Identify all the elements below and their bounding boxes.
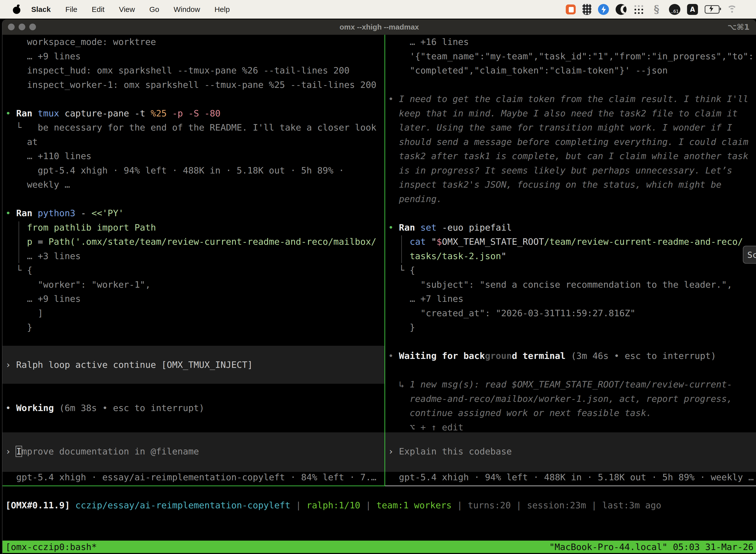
right-model-statusline: gpt-5.4 xhigh · 94% left · 488K in · 5.1… [385,470,754,485]
omx-project-path: cczip/essay/ai-reimplementation-copyleft [70,500,296,510]
right-pane: … +16 lines '{"team_name":"my-team","tas… [385,35,756,434]
terminal-line: • Ran set -euo pipefail [385,220,756,235]
omx-session-metrics: | turns:20 | session:23m | last:3m ago [452,500,661,510]
terminal-line: … +9 lines [2,49,384,63]
ralph-loop-message: › Ralph loop active continue [OMX_TMUX_I… [2,346,385,372]
terminal-line: } [2,320,384,335]
terminal-line [385,363,756,378]
terminal-line: gpt-5.4 xhigh · 94% left · 488K in · 5.1… [2,163,384,178]
omx-ralph-counter: ralph:1/10 [307,500,360,510]
input-placeholder: Explain this codebase [399,446,512,456]
terminal-line: … +7 lines [385,292,756,306]
menu-item-view[interactable]: View [112,5,142,13]
terminal-line: inspect_worker-1: omx sparkshell --tmux-… [2,78,384,92]
terminal-line: is in progress? It seems likely but perh… [385,163,756,178]
left-pane-bottom-border [2,486,385,486]
battery-charging-icon[interactable] [705,5,719,14]
terminal-line: continue assigned work or next feasible … [385,406,756,420]
tmux-status-bar: [omx-cczip0:bash* "MacBook-Pro-44.local"… [2,541,756,553]
menu-item-slack[interactable]: Slack [24,5,58,13]
window-title: omx --xhigh --madmax [2,19,756,35]
close-window-button[interactable] [8,23,15,30]
lightning-badge-icon[interactable] [598,4,609,15]
menu-items: SlackFileEditViewGoWindowHelp [24,5,237,14]
terminal-line: … +16 lines [385,35,756,49]
menu-item-window[interactable]: Window [167,5,207,13]
screen-tooltip: Scre [743,246,756,264]
menu-item-help[interactable]: Help [207,5,237,13]
terminal-line: inspect_hud: omx sparkshell --tmux-pane … [2,63,384,78]
terminal-line: • Ran tmux capture-pane -t %25 -p -S -80 [2,106,384,121]
left-pane: workspace_mode: worktree … +9 lines insp… [2,35,384,335]
dots-grid-icon[interactable] [633,4,644,15]
wifi-icon[interactable] [726,4,738,14]
terminal-line: from pathlib import Path [2,220,384,235]
window-shortcut-badge: ⌥⌘1 [728,19,750,35]
pane-divider[interactable] [384,35,385,486]
terminal-line: '{"team_name":"my-team","task_id":"1","f… [385,49,756,63]
terminal-line: └ { [385,263,756,277]
traffic-lights [8,23,36,30]
terminal-line: … +9 lines [2,292,384,306]
shield-grid-icon[interactable] [582,4,591,15]
chevron-prompt: › [5,359,16,370]
menubar-status-icons: §..61A [566,4,738,15]
chat-record-icon[interactable] [566,4,576,14]
terminal-line: pending. [385,192,756,206]
terminal-line: • Ran python3 - <<'PY' [2,206,384,220]
right-pane-bottom-border [385,486,756,486]
menu-item-go[interactable]: Go [142,5,167,13]
code-block-connector [401,235,402,263]
menu-item-edit[interactable]: Edit [84,5,112,13]
omx-session-statusline: [OMX#0.11.9] cczip/essay/ai-reimplementa… [2,498,661,512]
terminal-line [385,335,756,349]
omx-team-counter: team:1 workers [377,500,452,510]
terminal-line: ] [2,306,384,321]
terminal-line: readme-and-reco/mailbox/worker-1.json, a… [385,392,756,406]
terminal-line: keep that in mind. Maybe I also need the… [385,106,756,121]
terminal-line: at [2,135,384,149]
tmux-host-clock: "MacBook-Pro-44.local" 05:03 31-Mar-26 [549,542,754,552]
zoom-window-button[interactable] [29,23,36,30]
terminal-line: task2 after task1 is complete, but can I… [385,149,756,163]
terminal-line: later. Using the same for transition mig… [385,120,756,135]
menu-item-file[interactable]: File [58,5,84,13]
terminal-line: • I need to get the claim token from the… [385,92,756,106]
right-prompt-input[interactable]: › Explain this codebase [385,432,756,472]
code-block-connector [19,221,19,263]
terminal-line: └ { [2,263,384,277]
terminal-line: "subject": "send a concise recommendatio… [385,277,756,292]
menubar: SlackFileEditViewGoWindowHelp §..61A [0,0,756,19]
left-model-statusline: gpt-5.4 xhigh · essay/ai-reimplementatio… [2,470,377,485]
terminal-window: omx --xhigh --madmax ⌥⌘1 workspace_mode:… [2,19,756,554]
terminal-line [2,192,384,206]
left-prompt-input[interactable]: › Improve documentation in @filename [2,432,385,472]
terminal-line: ↳ 1 new msg(s): read $OMX_TEAM_STATE_ROO… [385,377,756,392]
working-status: • Working (6m 38s • esc to interrupt) [2,401,204,415]
tmux-session-name: [omx-cczip0:bash* [5,542,97,552]
dragon-icon[interactable]: § [651,4,662,15]
apple-menu-icon[interactable] [13,5,20,14]
terminal-line: cat "$OMX_TEAM_STATE_ROOT/team/review-cu… [385,234,756,249]
terminal-line [2,92,384,106]
terminal-line [385,206,756,220]
terminal-line: should send a message before completing … [385,135,756,149]
terminal-line: } [385,320,756,335]
minimize-window-button[interactable] [19,23,25,30]
input-placeholder: mprove documentation in @filename [21,446,199,456]
battery-percent-icon[interactable]: ..61 [669,4,680,15]
omx-version: [OMX#0.11.9] [5,500,70,510]
working-bullet: • [5,403,16,413]
keyboard-layout-icon[interactable]: A [687,4,698,15]
terminal-line: "completed","claim_token":"claim-token"}… [385,63,756,78]
left-input-line: › Improve documentation in @filename [2,432,385,459]
text-cursor: I [16,446,21,456]
terminal-line: tasks/task-2.json" [385,249,756,263]
chevron-prompt: › [388,446,399,456]
pie-crescent-icon[interactable] [616,4,627,15]
terminal-line: └ be necessary for the end of the README… [2,120,384,135]
window-titlebar[interactable]: omx --xhigh --madmax ⌥⌘1 [2,19,756,35]
right-input-line: › Explain this codebase [385,432,756,459]
ralph-loop-panel: › Ralph loop active continue [OMX_TMUX_I… [2,346,385,384]
terminal-line [385,78,756,92]
